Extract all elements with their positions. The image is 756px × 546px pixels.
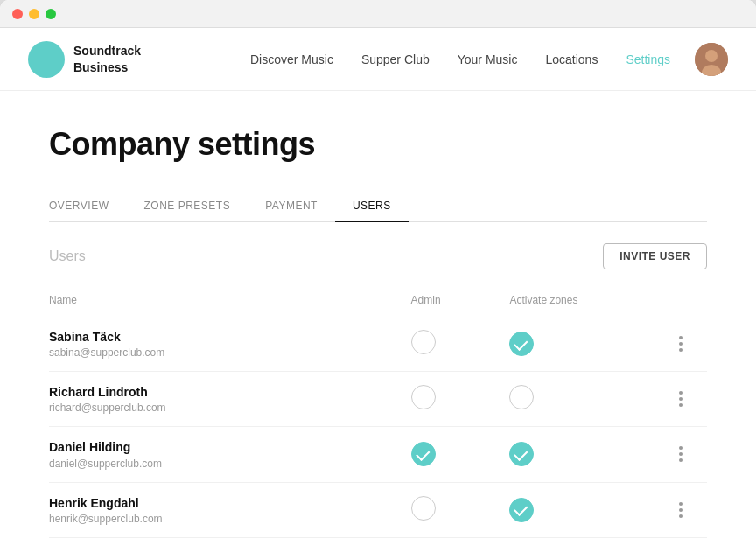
admin-checkbox[interactable]	[411, 385, 436, 410]
users-table: Name Admin Activate zones Sabina Täck sa…	[49, 287, 707, 546]
tabs: OVERVIEW ZONE PRESETS PAYMENT USERS	[49, 191, 707, 222]
logo-area: Soundtrack Business	[28, 41, 141, 78]
col-header-zones: Activate zones	[509, 287, 654, 317]
col-header-name: Name	[49, 287, 411, 317]
tab-zone-presets[interactable]: ZONE PRESETS	[126, 191, 248, 222]
tab-users[interactable]: USERS	[335, 191, 409, 222]
svg-point-1	[705, 50, 718, 62]
table-row: Richard Lindroth richard@supperclub.com	[49, 372, 707, 427]
zones-checkbox[interactable]	[509, 442, 534, 466]
row-menu-button[interactable]	[654, 388, 707, 410]
row-menu-button[interactable]	[654, 499, 707, 522]
table-row: Henrik Engdahl henrik@supperclub.com	[49, 482, 707, 537]
zones-checkbox[interactable]	[509, 385, 534, 410]
invite-user-button[interactable]: INVITE USER	[603, 243, 707, 270]
app-window: Soundtrack Business Discover Music Suppe…	[0, 0, 756, 546]
logo-icon	[28, 41, 65, 78]
user-email: sabina@supperclub.com	[49, 346, 411, 359]
nav-item-locations[interactable]: Locations	[545, 52, 598, 67]
logo-text: Soundtrack Business	[74, 43, 141, 74]
admin-checkbox[interactable]	[411, 330, 436, 354]
close-icon[interactable]	[12, 9, 23, 19]
table-row: Patrik Axelsson patrik@supperclub.com	[49, 537, 707, 546]
table-row: Daniel Hilding daniel@supperclub.com	[49, 427, 707, 482]
zones-checkbox[interactable]	[509, 498, 534, 522]
table-header-row: Name Admin Activate zones	[49, 287, 707, 317]
user-table-wrap: Name Admin Activate zones Sabina Täck sa…	[0, 287, 756, 546]
nav-item-settings[interactable]: Settings	[626, 52, 670, 67]
row-menu-button[interactable]	[654, 443, 707, 466]
row-menu-button[interactable]	[654, 332, 707, 355]
user-name: Sabina Täck	[49, 329, 411, 345]
user-name: Daniel Hilding	[49, 439, 411, 455]
col-header-menu	[654, 287, 707, 317]
user-email: henrik@supperclub.com	[49, 513, 411, 525]
user-name: Henrik Engdahl	[49, 495, 411, 511]
table-area: Users INVITE USER Name Admin Activate zo…	[0, 222, 756, 546]
titlebar	[0, 0, 756, 28]
avatar[interactable]	[695, 43, 728, 76]
maximize-icon[interactable]	[46, 9, 56, 19]
navbar: Soundtrack Business Discover Music Suppe…	[0, 28, 756, 91]
minimize-icon[interactable]	[29, 9, 39, 19]
tab-overview[interactable]: OVERVIEW	[49, 191, 126, 222]
users-label: Users	[49, 248, 603, 264]
col-header-admin: Admin	[411, 287, 510, 317]
admin-checkbox[interactable]	[411, 442, 436, 466]
main-content: Company settings OVERVIEW ZONE PRESETS P…	[0, 91, 756, 222]
nav-links: Discover Music Supper Club Your Music Lo…	[250, 52, 670, 67]
nav-item-your-music[interactable]: Your Music	[458, 52, 518, 67]
user-name: Richard Lindroth	[49, 384, 411, 400]
table-row: Sabina Täck sabina@supperclub.com	[49, 317, 707, 372]
page-title: Company settings	[49, 126, 707, 163]
nav-item-supper-club[interactable]: Supper Club	[361, 52, 430, 67]
tab-payment[interactable]: PAYMENT	[248, 191, 335, 222]
users-header: Users INVITE USER	[0, 243, 756, 270]
admin-checkbox[interactable]	[411, 496, 436, 521]
zones-checkbox[interactable]	[509, 332, 534, 356]
user-email: richard@supperclub.com	[49, 402, 411, 414]
nav-item-discover-music[interactable]: Discover Music	[250, 52, 333, 67]
user-email: daniel@supperclub.com	[49, 458, 411, 470]
